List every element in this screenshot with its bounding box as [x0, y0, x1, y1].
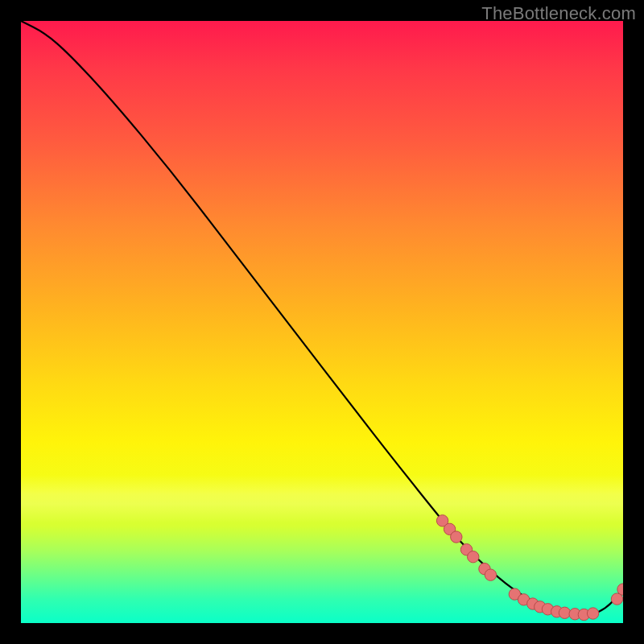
plot-area — [21, 21, 623, 623]
watermark-text: TheBottleneck.com — [481, 3, 636, 24]
chart-frame: TheBottleneck.com — [0, 0, 644, 644]
